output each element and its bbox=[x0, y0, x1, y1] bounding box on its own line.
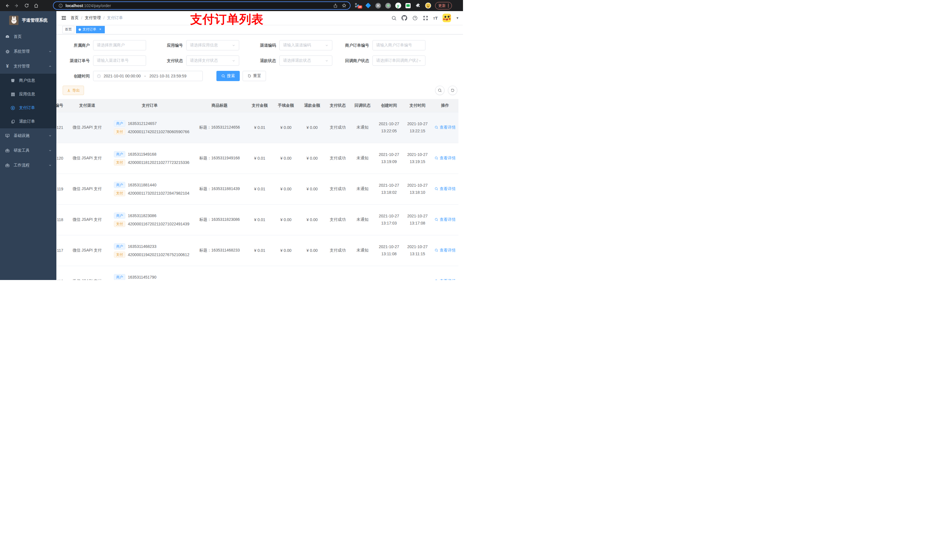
filter-field[interactable]: 请选择所属商户 bbox=[93, 40, 146, 50]
cell-paid: 2021-10-2713:17:08 bbox=[403, 204, 432, 235]
refresh-button[interactable] bbox=[448, 86, 457, 95]
filter-field[interactable]: 请选择应用信息 bbox=[186, 40, 239, 50]
breadcrumb-payment[interactable]: 支付管理 bbox=[85, 15, 101, 21]
pay-tag: 支付 bbox=[114, 221, 125, 227]
extension-y-icon[interactable]: y bbox=[395, 3, 401, 9]
cell-title: 标题：1635311823086 bbox=[192, 204, 247, 235]
cell-id: 117 bbox=[56, 235, 67, 266]
view-detail-link[interactable]: 查看详情 bbox=[434, 155, 455, 161]
browser-forward-button[interactable] bbox=[13, 2, 21, 9]
sidebar-item-label: 支付订单 bbox=[19, 105, 35, 110]
extension-emoji-icon[interactable] bbox=[425, 3, 431, 9]
table-row: 119 微信 JSAPI 支付 商户 1635311881440 支付 4200… bbox=[56, 174, 458, 204]
url-bar[interactable]: localhost:1024/pay/order bbox=[53, 2, 351, 10]
sidebar-item-infrastructure[interactable]: 基础设施 bbox=[0, 128, 56, 143]
merchant-order-no: 1635311881440 bbox=[128, 183, 156, 187]
sidebar-item-merchant-info[interactable]: 商户信息 bbox=[0, 74, 56, 88]
extension-diamond-icon[interactable]: ◆ 10 bbox=[355, 3, 362, 9]
sidebar-item-app-info[interactable]: 应用信息 bbox=[0, 88, 56, 101]
extension-chat-icon[interactable] bbox=[405, 3, 411, 9]
browser-update-button[interactable]: 更新 bbox=[435, 2, 452, 9]
caret-down-icon[interactable]: ▼ bbox=[456, 16, 459, 20]
cell-created: 2021-10-2713:17:03 bbox=[375, 204, 403, 235]
view-detail-label: 查看详情 bbox=[440, 217, 455, 222]
sidebar-toggle-icon[interactable] bbox=[56, 15, 71, 21]
search-icon[interactable] bbox=[391, 15, 396, 21]
col-channel: 支付渠道 bbox=[67, 99, 107, 112]
menu-dots-icon bbox=[448, 4, 449, 8]
chevron-down-icon bbox=[48, 149, 52, 152]
browser-home-button[interactable] bbox=[32, 2, 40, 9]
sidebar-item-workflow[interactable]: 工作流程 bbox=[0, 158, 56, 173]
filter-field[interactable]: 请输入渠道编码 bbox=[279, 40, 332, 50]
browser-reload-button[interactable] bbox=[23, 2, 30, 9]
pay-tag: 支付 bbox=[114, 190, 125, 196]
breadcrumb-home[interactable]: 首页 bbox=[71, 15, 79, 21]
close-icon[interactable]: × bbox=[98, 27, 102, 32]
extension-puzzle-icon[interactable] bbox=[415, 3, 421, 9]
toggle-search-button[interactable] bbox=[435, 86, 445, 95]
cell-title: 标题：1635311468233 bbox=[192, 235, 247, 266]
sidebar-item-refund-order[interactable]: 退款订单 bbox=[0, 115, 56, 128]
reset-button[interactable]: 重置 bbox=[243, 71, 266, 81]
cell-notify: 未通知 bbox=[350, 143, 375, 174]
grid-icon bbox=[11, 92, 15, 97]
table-row: 117 微信 JSAPI 支付 商户 1635311468233 支付 4200… bbox=[56, 235, 458, 266]
cell-paid bbox=[403, 266, 432, 280]
help-icon[interactable] bbox=[412, 15, 418, 21]
filter-field[interactable]: 请输入渠道订单号 bbox=[93, 56, 146, 66]
cell-id: 116 bbox=[56, 266, 67, 280]
col-title: 商品标题 bbox=[192, 99, 247, 112]
pay-tag: 支付 bbox=[114, 252, 125, 258]
chevron-up-icon bbox=[48, 65, 52, 68]
sidebar-item-label: 工作流程 bbox=[14, 163, 30, 168]
cell-order: 商户 1635311823086 支付 42000011672021102710… bbox=[107, 204, 192, 235]
filter-placeholder: 请输入渠道订单号 bbox=[97, 58, 129, 63]
sidebar-item-payment[interactable]: ¥ 支付管理 bbox=[0, 59, 56, 74]
sidebar-item-label: 研发工具 bbox=[14, 148, 30, 153]
sidebar-item-pay-order[interactable]: 支付订单 bbox=[0, 101, 56, 115]
view-detail-link[interactable]: 查看详情 bbox=[434, 248, 455, 253]
date-range-picker[interactable]: 2021-10-01 00:00:00 - 2021-10-31 23:59:5… bbox=[93, 71, 203, 81]
tag-home[interactable]: 首页 bbox=[62, 26, 74, 33]
search-button[interactable]: 搜索 bbox=[216, 71, 240, 81]
extension-gem-icon[interactable]: 🔷 bbox=[365, 3, 371, 9]
view-detail-link[interactable]: 查看详情 bbox=[434, 279, 455, 280]
share-icon[interactable] bbox=[333, 3, 338, 8]
logo-image bbox=[9, 16, 18, 25]
filter-field[interactable]: 请选择退款状态 bbox=[279, 56, 332, 66]
cell-id: 118 bbox=[56, 204, 67, 235]
toolbox-icon bbox=[5, 163, 10, 168]
pay-order-no: 4200001167202110271022491439 bbox=[128, 222, 189, 226]
github-icon[interactable] bbox=[401, 15, 407, 21]
font-size-icon[interactable]: TT bbox=[433, 16, 438, 21]
extension-recorder-icon[interactable] bbox=[385, 3, 391, 9]
site-info-icon[interactable] bbox=[57, 2, 64, 9]
cell-channel: 微信 JSAPI 支付 bbox=[67, 266, 107, 280]
sidebar-item-dev-tools[interactable]: 研发工具 bbox=[0, 143, 56, 158]
export-button[interactable]: 导出 bbox=[63, 86, 84, 95]
cell-fee: ¥ 0.00 bbox=[273, 204, 299, 235]
filter-field[interactable]: 请输入商户订单编号 bbox=[372, 40, 425, 50]
filter-field[interactable]: 请选择支付状态 bbox=[186, 56, 239, 66]
extension-command-icon[interactable]: ⌘ bbox=[375, 3, 381, 9]
view-detail-link[interactable]: 查看详情 bbox=[434, 217, 455, 222]
avatar[interactable] bbox=[442, 14, 451, 22]
cell-title: 标题：1635311949168 bbox=[192, 143, 247, 174]
filter-field[interactable]: 请选择订单回调商户状态 bbox=[372, 56, 425, 66]
bookmark-star-icon[interactable] bbox=[342, 3, 346, 8]
view-detail-link[interactable]: 查看详情 bbox=[434, 186, 455, 192]
app-title: 芋道管理系统 bbox=[22, 18, 48, 23]
sidebar-item-home[interactable]: 首页 bbox=[0, 29, 56, 44]
cell-action: 查看详情 bbox=[432, 204, 458, 235]
cell-action: 查看详情 bbox=[432, 112, 458, 143]
tag-pay-order[interactable]: 支付订单 × bbox=[76, 26, 105, 33]
view-detail-link[interactable]: 查看详情 bbox=[434, 125, 455, 130]
chevron-down-icon bbox=[418, 59, 422, 63]
browser-back-button[interactable] bbox=[3, 2, 11, 9]
fullscreen-icon[interactable] bbox=[422, 15, 428, 21]
tag-label: 支付订单 bbox=[83, 27, 96, 32]
cell-action: 查看详情 bbox=[432, 174, 458, 204]
yen-circle-icon bbox=[11, 106, 15, 110]
sidebar-item-system[interactable]: 系统管理 bbox=[0, 44, 56, 59]
